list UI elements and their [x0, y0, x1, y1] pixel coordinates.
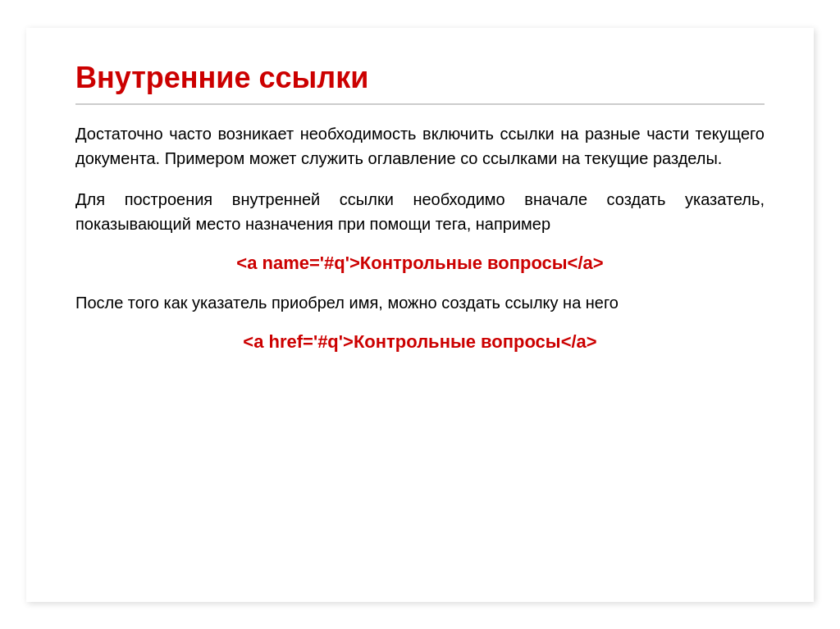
- paragraph-3: После того как указатель приобрел имя, м…: [75, 290, 765, 315]
- code-example-1: <a name='#q'>Контрольные вопросы</a>: [75, 253, 765, 274]
- slide-container: Внутренние ссылки Достаточно часто возни…: [26, 28, 814, 602]
- code-example-2: <a href='#q'>Контрольные вопросы</a>: [75, 331, 765, 353]
- slide-title: Внутренние ссылки: [75, 61, 765, 105]
- paragraph-2: Для построения внутренней ссылки необход…: [75, 187, 765, 236]
- paragraph-1: Достаточно часто возникает необходимость…: [75, 121, 765, 171]
- slide-body: Достаточно часто возникает необходимость…: [75, 121, 765, 353]
